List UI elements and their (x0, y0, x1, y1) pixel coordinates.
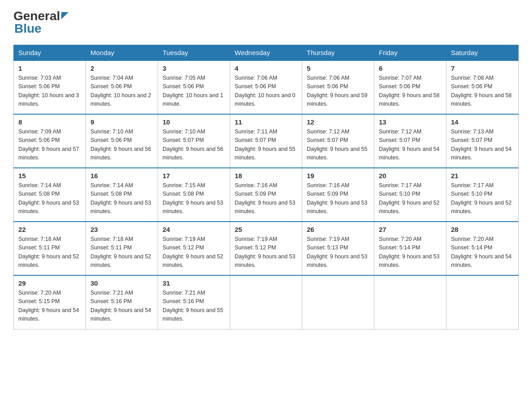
calendar-cell: 23 Sunrise: 7:18 AMSunset: 5:11 PMDaylig… (86, 222, 158, 275)
day-info: Sunrise: 7:13 AMSunset: 5:07 PMDaylight:… (451, 128, 514, 163)
day-number: 15 (18, 172, 81, 180)
day-number: 6 (379, 64, 442, 72)
calendar-week-row: 15 Sunrise: 7:14 AMSunset: 5:08 PMDaylig… (14, 168, 519, 222)
calendar-cell (230, 275, 302, 329)
day-info: Sunrise: 7:07 AMSunset: 5:06 PMDaylight:… (379, 74, 442, 109)
calendar-cell: 14 Sunrise: 7:13 AMSunset: 5:07 PMDaylig… (446, 114, 519, 168)
day-number: 30 (90, 279, 153, 287)
calendar-cell: 8 Sunrise: 7:09 AMSunset: 5:06 PMDayligh… (14, 114, 86, 168)
day-number: 27 (379, 226, 442, 233)
calendar-week-row: 1 Sunrise: 7:03 AMSunset: 5:06 PMDayligh… (14, 60, 519, 114)
weekday-header-saturday: Saturday (446, 45, 519, 61)
day-info: Sunrise: 7:16 AMSunset: 5:09 PMDaylight:… (307, 181, 369, 216)
day-info: Sunrise: 7:20 AMSunset: 5:14 PMDaylight:… (379, 235, 442, 270)
calendar-cell: 9 Sunrise: 7:10 AMSunset: 5:06 PMDayligh… (86, 114, 158, 168)
calendar-cell: 1 Sunrise: 7:03 AMSunset: 5:06 PMDayligh… (14, 60, 86, 114)
day-info: Sunrise: 7:18 AMSunset: 5:11 PMDaylight:… (90, 235, 153, 270)
logo-arrow-icon (61, 12, 69, 21)
day-number: 18 (235, 172, 297, 180)
day-number: 28 (451, 226, 514, 233)
day-info: Sunrise: 7:17 AMSunset: 5:10 PMDaylight:… (451, 181, 514, 216)
calendar-cell: 10 Sunrise: 7:10 AMSunset: 5:07 PMDaylig… (158, 114, 230, 168)
day-number: 29 (18, 279, 81, 287)
day-number: 2 (90, 64, 153, 72)
day-info: Sunrise: 7:19 AMSunset: 5:13 PMDaylight:… (307, 235, 369, 270)
weekday-header-tuesday: Tuesday (158, 45, 230, 61)
calendar-week-row: 29 Sunrise: 7:20 AMSunset: 5:15 PMDaylig… (14, 275, 519, 329)
day-info: Sunrise: 7:20 AMSunset: 5:15 PMDaylight:… (18, 289, 81, 324)
calendar-cell: 16 Sunrise: 7:14 AMSunset: 5:08 PMDaylig… (86, 168, 158, 222)
calendar-cell: 18 Sunrise: 7:16 AMSunset: 5:09 PMDaylig… (230, 168, 302, 222)
day-info: Sunrise: 7:05 AMSunset: 5:06 PMDaylight:… (163, 74, 225, 109)
calendar-cell: 11 Sunrise: 7:11 AMSunset: 5:07 PMDaylig… (230, 114, 302, 168)
calendar-cell: 26 Sunrise: 7:19 AMSunset: 5:13 PMDaylig… (302, 222, 374, 275)
calendar-cell: 22 Sunrise: 7:18 AMSunset: 5:11 PMDaylig… (14, 222, 86, 275)
day-number: 24 (163, 226, 225, 233)
day-info: Sunrise: 7:15 AMSunset: 5:08 PMDaylight:… (163, 181, 225, 216)
calendar-table: SundayMondayTuesdayWednesdayThursdayFrid… (13, 45, 519, 330)
calendar-cell (446, 275, 519, 329)
weekday-header-friday: Friday (374, 45, 446, 61)
day-info: Sunrise: 7:19 AMSunset: 5:12 PMDaylight:… (163, 235, 225, 270)
calendar-cell: 28 Sunrise: 7:20 AMSunset: 5:14 PMDaylig… (446, 222, 519, 275)
day-info: Sunrise: 7:06 AMSunset: 5:06 PMDaylight:… (235, 74, 297, 109)
calendar-cell: 24 Sunrise: 7:19 AMSunset: 5:12 PMDaylig… (158, 222, 230, 275)
calendar-cell: 4 Sunrise: 7:06 AMSunset: 5:06 PMDayligh… (230, 60, 302, 114)
day-number: 8 (18, 118, 81, 126)
day-number: 4 (235, 64, 297, 72)
calendar-cell: 6 Sunrise: 7:07 AMSunset: 5:06 PMDayligh… (374, 60, 446, 114)
calendar-week-row: 8 Sunrise: 7:09 AMSunset: 5:06 PMDayligh… (14, 114, 519, 168)
day-number: 9 (90, 118, 153, 126)
day-info: Sunrise: 7:04 AMSunset: 5:06 PMDaylight:… (90, 74, 153, 109)
weekday-header-monday: Monday (86, 45, 158, 61)
day-number: 31 (163, 279, 225, 287)
day-number: 11 (235, 118, 297, 126)
calendar-cell: 3 Sunrise: 7:05 AMSunset: 5:06 PMDayligh… (158, 60, 230, 114)
day-info: Sunrise: 7:09 AMSunset: 5:06 PMDaylight:… (18, 128, 81, 163)
day-info: Sunrise: 7:11 AMSunset: 5:07 PMDaylight:… (235, 128, 297, 163)
day-number: 14 (451, 118, 514, 126)
day-number: 22 (18, 226, 81, 233)
calendar-week-row: 22 Sunrise: 7:18 AMSunset: 5:11 PMDaylig… (14, 222, 519, 275)
day-info: Sunrise: 7:06 AMSunset: 5:06 PMDaylight:… (307, 74, 369, 109)
calendar-cell: 2 Sunrise: 7:04 AMSunset: 5:06 PMDayligh… (86, 60, 158, 114)
calendar-cell: 15 Sunrise: 7:14 AMSunset: 5:08 PMDaylig… (14, 168, 86, 222)
day-info: Sunrise: 7:14 AMSunset: 5:08 PMDaylight:… (18, 181, 81, 216)
day-info: Sunrise: 7:10 AMSunset: 5:06 PMDaylight:… (90, 128, 153, 163)
day-info: Sunrise: 7:16 AMSunset: 5:09 PMDaylight:… (235, 181, 297, 216)
calendar-cell: 30 Sunrise: 7:21 AMSunset: 5:16 PMDaylig… (86, 275, 158, 329)
calendar-cell: 31 Sunrise: 7:21 AMSunset: 5:16 PMDaylig… (158, 275, 230, 329)
calendar-cell: 12 Sunrise: 7:12 AMSunset: 5:07 PMDaylig… (302, 114, 374, 168)
calendar-cell: 29 Sunrise: 7:20 AMSunset: 5:15 PMDaylig… (14, 275, 86, 329)
calendar-cell (374, 275, 446, 329)
day-info: Sunrise: 7:08 AMSunset: 5:06 PMDaylight:… (451, 74, 514, 109)
day-number: 16 (90, 172, 153, 180)
weekday-header-row: SundayMondayTuesdayWednesdayThursdayFrid… (14, 45, 519, 61)
day-info: Sunrise: 7:10 AMSunset: 5:07 PMDaylight:… (163, 128, 225, 163)
day-number: 7 (451, 64, 514, 72)
weekday-header-thursday: Thursday (302, 45, 374, 61)
calendar-cell: 19 Sunrise: 7:16 AMSunset: 5:09 PMDaylig… (302, 168, 374, 222)
day-number: 10 (163, 118, 225, 126)
day-number: 13 (379, 118, 442, 126)
day-info: Sunrise: 7:12 AMSunset: 5:07 PMDaylight:… (379, 128, 442, 163)
day-info: Sunrise: 7:21 AMSunset: 5:16 PMDaylight:… (90, 289, 153, 324)
calendar-cell: 20 Sunrise: 7:17 AMSunset: 5:10 PMDaylig… (374, 168, 446, 222)
day-info: Sunrise: 7:19 AMSunset: 5:12 PMDaylight:… (235, 235, 297, 270)
day-info: Sunrise: 7:18 AMSunset: 5:11 PMDaylight:… (18, 235, 81, 270)
day-number: 19 (307, 172, 369, 180)
calendar-cell: 7 Sunrise: 7:08 AMSunset: 5:06 PMDayligh… (446, 60, 519, 114)
day-info: Sunrise: 7:20 AMSunset: 5:14 PMDaylight:… (451, 235, 514, 270)
day-number: 3 (163, 64, 225, 72)
calendar-cell: 25 Sunrise: 7:19 AMSunset: 5:12 PMDaylig… (230, 222, 302, 275)
day-info: Sunrise: 7:14 AMSunset: 5:08 PMDaylight:… (90, 181, 153, 216)
calendar-cell: 21 Sunrise: 7:17 AMSunset: 5:10 PMDaylig… (446, 168, 519, 222)
calendar-cell (302, 275, 374, 329)
day-number: 26 (307, 226, 369, 233)
calendar-cell: 5 Sunrise: 7:06 AMSunset: 5:06 PMDayligh… (302, 60, 374, 114)
svg-marker-0 (61, 12, 69, 19)
page-header: General Blue (13, 9, 519, 36)
day-number: 23 (90, 226, 153, 233)
day-info: Sunrise: 7:03 AMSunset: 5:06 PMDaylight:… (18, 74, 81, 109)
day-number: 25 (235, 226, 297, 233)
